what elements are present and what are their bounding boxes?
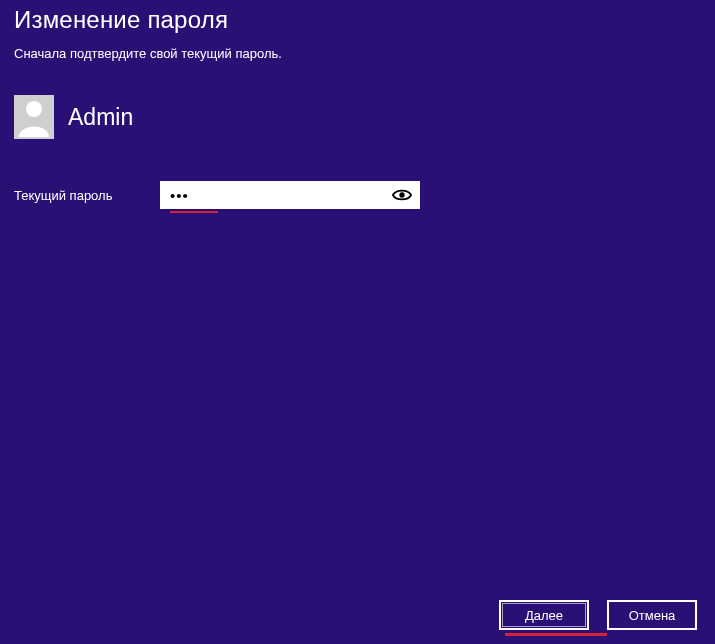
page-title: Изменение пароля <box>14 6 701 34</box>
user-row: Admin <box>14 95 715 139</box>
current-password-input[interactable] <box>160 181 420 209</box>
next-button[interactable]: Далее <box>499 600 589 630</box>
password-label: Текущий пароль <box>14 188 160 203</box>
reveal-password-button[interactable] <box>388 181 416 209</box>
user-icon <box>17 97 51 137</box>
page-subtitle: Сначала подтвердите свой текущий пароль. <box>14 46 701 61</box>
password-row: Текущий пароль <box>14 181 715 209</box>
annotation-underline-next <box>505 633 607 636</box>
svg-point-0 <box>26 101 42 117</box>
cancel-button[interactable]: Отмена <box>607 600 697 630</box>
username: Admin <box>68 104 133 131</box>
avatar <box>14 95 54 139</box>
annotation-underline-input <box>170 211 218 213</box>
eye-icon <box>392 188 412 202</box>
svg-point-1 <box>399 192 404 197</box>
password-input-wrap <box>160 181 420 209</box>
button-row: Далее Отмена <box>499 600 697 630</box>
